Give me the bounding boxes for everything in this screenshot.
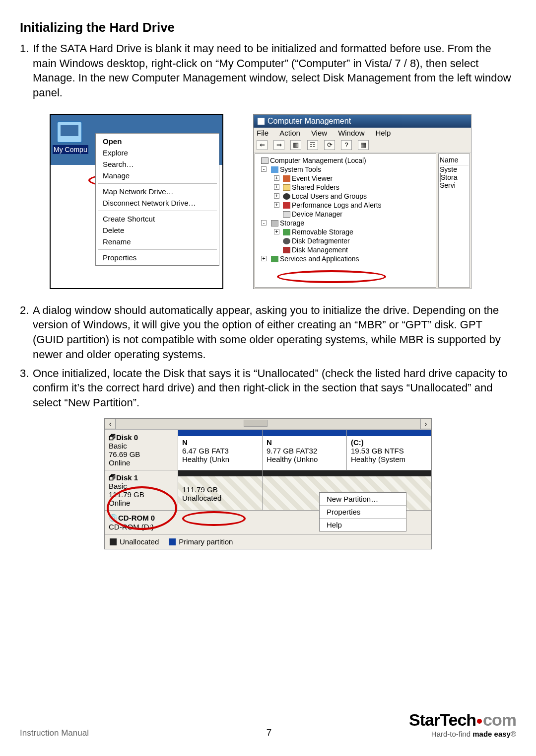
figure-my-computer-context-menu: My Compu Open Explore Search… Manage Map… xyxy=(50,114,223,289)
menu-rename[interactable]: Rename xyxy=(96,236,219,247)
tree-removable-storage[interactable]: +Removable Storage xyxy=(256,227,435,236)
list-item[interactable]: Syste xyxy=(440,165,469,173)
footer-left: Instruction Manual xyxy=(20,728,129,738)
tool-button[interactable]: ☶ xyxy=(307,140,318,150)
scroll-thumb[interactable] xyxy=(244,420,268,427)
menu-manage[interactable]: Manage xyxy=(96,170,219,181)
tool-button[interactable]: ▥ xyxy=(290,140,301,150)
menu-help[interactable]: Help xyxy=(320,519,406,531)
list-item[interactable]: Servi xyxy=(440,181,469,189)
legend: Unallocated Primary partition xyxy=(105,534,431,549)
page-title: Initializing the Hard Drive xyxy=(20,20,516,35)
menu-window[interactable]: Window xyxy=(338,129,364,137)
highlight-disk-management xyxy=(277,270,386,283)
scroll-left-icon[interactable]: ‹ xyxy=(105,419,116,429)
menu-help[interactable]: Help xyxy=(375,129,391,137)
window-titlebar: Computer Management xyxy=(254,115,471,128)
disk1-unallocated[interactable]: 111.79 GBUnallocated xyxy=(178,470,263,510)
disk0-header[interactable]: 🗇Disk 0 Basic 76.69 GB Online xyxy=(105,430,178,470)
partition-context-menu: New Partition… Properties Help xyxy=(319,492,406,531)
tree-services-apps[interactable]: +Services and Applications xyxy=(256,254,435,263)
menu-search[interactable]: Search… xyxy=(96,158,219,170)
step-2: 2. A dialog window should automatically … xyxy=(20,303,516,362)
menu-new-partition[interactable]: New Partition… xyxy=(320,493,406,505)
menu-explore[interactable]: Explore xyxy=(96,147,219,158)
horizontal-scrollbar[interactable]: ‹ › xyxy=(105,419,431,430)
back-button[interactable]: ⇐ xyxy=(257,140,268,150)
menu-file[interactable]: File xyxy=(257,129,268,137)
step-3: 3. Once initialized, locate the Disk tha… xyxy=(20,366,516,410)
disk0-row: 🗇Disk 0 Basic 76.69 GB Online N6.47 GB F… xyxy=(105,430,431,470)
figure-computer-management: Computer Management File Action View Win… xyxy=(253,114,471,289)
forward-button[interactable]: ⇒ xyxy=(273,140,284,150)
figure-disk-management: ‹ › 🗇Disk 0 Basic 76.69 GB Online N6.47 … xyxy=(104,418,432,549)
menu-open[interactable]: Open xyxy=(96,136,219,147)
toolbar: ⇐ ⇒ ▥ ☶ ⟳ ? ▦ xyxy=(254,138,471,152)
scroll-right-icon[interactable]: › xyxy=(420,419,431,429)
disk0-partition-1[interactable]: N6.47 GB FAT3Healthy (Unkn xyxy=(178,430,263,470)
tool-button[interactable]: ⟳ xyxy=(324,140,335,150)
tree-disk-defragmenter[interactable]: Disk Defragmenter xyxy=(256,236,435,245)
tree-system-tools[interactable]: -System Tools xyxy=(256,165,435,174)
menu-properties[interactable]: Properties xyxy=(320,506,406,518)
menu-map-drive[interactable]: Map Network Drive… xyxy=(96,186,219,197)
legend-swatch-unallocated xyxy=(110,538,117,545)
menu-disconnect-drive[interactable]: Disconnect Network Drive… xyxy=(96,197,219,209)
list-pane: Name Syste Stora Servi xyxy=(438,153,470,288)
my-computer-icon[interactable] xyxy=(57,121,82,143)
menu-create-shortcut[interactable]: Create Shortcut xyxy=(96,213,219,225)
col-header: Name xyxy=(440,156,469,165)
menu-action[interactable]: Action xyxy=(279,129,300,137)
tree-root[interactable]: Computer Management (Local) xyxy=(256,156,435,165)
step-1: 1. If the SATA Hard Drive is blank it ma… xyxy=(20,41,516,100)
page-footer: Instruction Manual 7 StarTechcom Hard-to… xyxy=(20,710,516,738)
my-computer-label: My Compu xyxy=(53,145,88,154)
tool-button[interactable]: ? xyxy=(341,140,352,150)
menu-properties[interactable]: Properties xyxy=(96,252,219,263)
tool-button[interactable]: ▦ xyxy=(358,140,369,150)
disk1-header[interactable]: 🗇Disk 1 Basic 111.79 GB Online xyxy=(105,470,178,510)
tree-event-viewer[interactable]: +Event Viewer xyxy=(256,174,435,183)
tree-disk-management[interactable]: Disk Management xyxy=(256,245,435,254)
app-icon xyxy=(258,118,265,125)
menu-view[interactable]: View xyxy=(311,129,327,137)
legend-swatch-primary xyxy=(169,538,176,545)
brand-logo: StarTechcom Hard-to-find made easy® xyxy=(409,710,516,738)
disk0-partition-3[interactable]: (C:)19.53 GB NTFSHealthy (System xyxy=(347,430,431,470)
tree-pane: Computer Management (Local) -System Tool… xyxy=(255,153,436,288)
context-menu: Open Explore Search… Manage Map Network … xyxy=(95,133,219,266)
menu-delete[interactable]: Delete xyxy=(96,225,219,236)
tree-local-users[interactable]: +Local Users and Groups xyxy=(256,192,435,201)
tree-device-manager[interactable]: Device Manager xyxy=(256,210,435,219)
menubar: File Action View Window Help xyxy=(254,128,471,138)
tree-storage[interactable]: -Storage xyxy=(256,219,435,227)
tree-perf-logs[interactable]: +Performance Logs and Alerts xyxy=(256,201,435,210)
list-item[interactable]: Stora xyxy=(440,173,469,181)
disk0-partition-2[interactable]: N9.77 GB FAT32Healthy (Unkno xyxy=(263,430,347,470)
page-number: 7 xyxy=(129,727,409,738)
tree-shared-folders[interactable]: +Shared Folders xyxy=(256,183,435,192)
